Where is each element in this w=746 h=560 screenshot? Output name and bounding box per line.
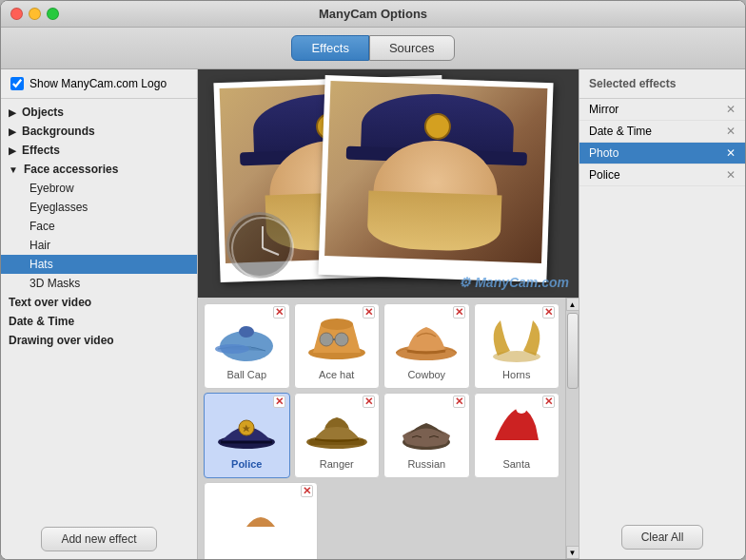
window-title: ManyCam Options bbox=[319, 7, 427, 21]
svg-point-6 bbox=[215, 344, 249, 354]
sidebar-item-date-time[interactable]: Date & Time bbox=[1, 312, 197, 331]
remove-police-button[interactable]: ✕ bbox=[726, 168, 736, 182]
ranger-icon bbox=[304, 399, 370, 456]
sidebar-item-3d-masks[interactable]: 3D Masks bbox=[1, 274, 197, 293]
horns-label: Horns bbox=[502, 369, 530, 380]
selected-item-police: Police ✕ bbox=[579, 164, 745, 186]
toolbar: Effects Sources bbox=[1, 28, 745, 69]
selected-item-date-time: Date & Time ✕ bbox=[579, 121, 745, 143]
remove-date-time-button[interactable]: ✕ bbox=[726, 125, 736, 138]
clear-all-button[interactable]: Clear All bbox=[621, 525, 704, 550]
sidebar-label-eyebrow: Eyebrow bbox=[29, 182, 74, 195]
photo-inner-right bbox=[324, 81, 547, 263]
sidebar-item-drawing-over-video[interactable]: Drawing over video bbox=[1, 331, 197, 350]
hair-right bbox=[366, 191, 501, 253]
sidebar-item-effects[interactable]: ▶ Effects bbox=[1, 141, 197, 160]
sidebar-label-objects: Objects bbox=[22, 106, 64, 119]
show-logo-checkbox[interactable] bbox=[10, 77, 24, 90]
scrollbar-down-button[interactable]: ▼ bbox=[566, 546, 579, 559]
selected-item-mirror: Mirror ✕ bbox=[579, 99, 745, 121]
sidebar-item-text-over-video[interactable]: Text over video bbox=[1, 293, 197, 312]
scrollbar-track: ▲ ▼ bbox=[565, 298, 579, 559]
effect-item-ball-cap[interactable]: ✕ bbox=[204, 303, 290, 389]
sidebar-label-eyeglasses: Eyeglasses bbox=[29, 201, 88, 214]
cowboy-icon bbox=[393, 310, 460, 367]
police-icon bbox=[213, 399, 280, 456]
clock-overlay bbox=[226, 212, 293, 279]
ball-cap-icon bbox=[213, 310, 280, 367]
triangle-down-icon: ▼ bbox=[9, 164, 18, 175]
close-horns[interactable]: ✕ bbox=[542, 306, 555, 319]
ace-hat-icon bbox=[304, 310, 370, 367]
close-button[interactable] bbox=[10, 8, 23, 20]
sidebar: Show ManyCam.com Logo ▶ Objects ▶ Backgr… bbox=[1, 69, 198, 559]
preview-area: ⚙ ManyCam.com bbox=[198, 69, 579, 298]
remove-mirror-button[interactable]: ✕ bbox=[726, 103, 736, 116]
triangle-icon: ▶ bbox=[9, 145, 16, 156]
main-content: Show ManyCam.com Logo ▶ Objects ▶ Backgr… bbox=[1, 69, 745, 559]
center-with-scroll: ✕ bbox=[198, 298, 579, 559]
sidebar-item-eyebrow[interactable]: Eyebrow bbox=[1, 179, 197, 198]
svg-line-2 bbox=[263, 248, 279, 255]
effects-grid-area: ✕ bbox=[198, 298, 565, 559]
sidebar-label-face-accessories: Face accessories bbox=[24, 163, 118, 176]
effect-item-cowboy[interactable]: ✕ bbox=[383, 303, 470, 389]
sidebar-label-backgrounds: Backgrounds bbox=[22, 125, 95, 138]
close-russian[interactable]: ✕ bbox=[453, 396, 465, 408]
window-controls bbox=[10, 8, 59, 20]
effect-item-extra[interactable]: ✕ bbox=[204, 482, 318, 559]
show-logo-label: Show ManyCam.com Logo bbox=[29, 77, 167, 90]
selected-label-police: Police bbox=[589, 168, 620, 182]
effect-item-santa[interactable]: ✕ bbox=[474, 393, 560, 478]
titlebar: ManyCam Options bbox=[1, 1, 745, 28]
santa-label: Santa bbox=[502, 458, 530, 470]
sidebar-item-face-accessories[interactable]: ▼ Face accessories bbox=[1, 160, 197, 179]
close-santa[interactable]: ✕ bbox=[542, 396, 555, 408]
tab-sources[interactable]: Sources bbox=[369, 35, 455, 61]
close-ball-cap[interactable]: ✕ bbox=[273, 306, 285, 319]
selected-effects-title: Selected effects bbox=[579, 69, 745, 99]
sidebar-item-face[interactable]: Face bbox=[1, 217, 197, 236]
sidebar-item-hats[interactable]: Hats bbox=[1, 255, 197, 274]
sidebar-item-hair[interactable]: Hair bbox=[1, 236, 197, 255]
photo-right bbox=[318, 75, 553, 282]
sidebar-item-objects[interactable]: ▶ Objects bbox=[1, 103, 197, 122]
selected-label-mirror: Mirror bbox=[589, 103, 618, 116]
sidebar-label-hair: Hair bbox=[29, 239, 50, 252]
minimize-button[interactable] bbox=[29, 8, 41, 20]
effect-item-police[interactable]: ✕ bbox=[204, 393, 290, 478]
effect-item-horns[interactable]: ✕ Horns bbox=[474, 303, 560, 389]
sidebar-item-backgrounds[interactable]: ▶ Backgrounds bbox=[1, 122, 197, 141]
scrollbar-thumb[interactable] bbox=[567, 313, 579, 389]
selected-item-photo: Photo ✕ bbox=[579, 143, 745, 164]
close-extra[interactable]: ✕ bbox=[301, 485, 313, 497]
ranger-label: Ranger bbox=[320, 458, 354, 470]
extra-icon bbox=[227, 489, 294, 546]
close-police[interactable]: ✕ bbox=[273, 396, 285, 408]
svg-point-9 bbox=[320, 333, 333, 346]
add-new-effect-button[interactable]: Add new effect bbox=[41, 527, 156, 551]
photo-container: ⚙ ManyCam.com bbox=[198, 69, 579, 298]
effect-item-ranger[interactable]: ✕ bbox=[294, 393, 381, 478]
maximize-button[interactable] bbox=[47, 8, 59, 20]
selected-effects-list: Mirror ✕ Date & Time ✕ Photo ✕ Police ✕ bbox=[579, 99, 745, 515]
santa-icon bbox=[483, 399, 550, 456]
horns-icon bbox=[483, 310, 550, 367]
sidebar-label-effects: Effects bbox=[22, 144, 60, 157]
effect-item-ace-hat[interactable]: ✕ bbox=[294, 303, 381, 389]
tab-effects[interactable]: Effects bbox=[291, 35, 369, 61]
russian-icon bbox=[393, 399, 460, 456]
ball-cap-label: Ball Cap bbox=[226, 369, 266, 380]
effect-item-russian[interactable]: ✕ bbox=[383, 393, 470, 478]
remove-photo-button[interactable]: ✕ bbox=[726, 146, 736, 160]
close-ranger[interactable]: ✕ bbox=[363, 396, 375, 408]
scrollbar-up-button[interactable]: ▲ bbox=[566, 298, 579, 311]
bottom-partial-row: ✕ bbox=[204, 482, 560, 559]
close-ace-hat[interactable]: ✕ bbox=[363, 306, 375, 319]
sidebar-label-3d-masks: 3D Masks bbox=[29, 277, 80, 290]
close-cowboy[interactable]: ✕ bbox=[453, 306, 465, 319]
svg-point-8 bbox=[321, 319, 353, 330]
show-logo-row: Show ManyCam.com Logo bbox=[1, 69, 197, 99]
sidebar-item-eyeglasses[interactable]: Eyeglasses bbox=[1, 198, 197, 217]
main-window: ManyCam Options Effects Sources Show Man… bbox=[0, 0, 746, 560]
